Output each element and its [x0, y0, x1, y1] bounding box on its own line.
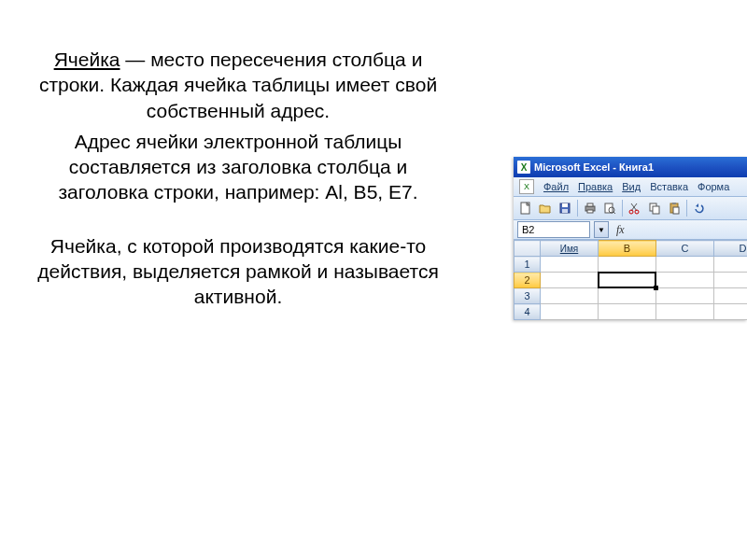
cell-c2[interactable]	[656, 273, 714, 288]
svg-rect-2	[562, 203, 568, 207]
col-header-c[interactable]: C	[656, 241, 714, 257]
cell-d3[interactable]	[714, 288, 748, 304]
cell-b2-active[interactable]	[599, 273, 656, 288]
formula-bar: B2 ▼ fx	[514, 220, 747, 240]
svg-rect-15	[653, 206, 659, 214]
cell-c1[interactable]	[656, 257, 714, 273]
cell-c4[interactable]	[656, 304, 714, 320]
paragraph-1: Ячейка — место пересечения столбца и стр…	[28, 47, 448, 123]
workbook-icon: X	[519, 179, 534, 194]
copy-icon[interactable]	[646, 200, 663, 217]
menu-format[interactable]: Форма	[694, 180, 733, 193]
svg-rect-3	[562, 209, 568, 213]
menu-insert[interactable]: Вставка	[646, 180, 692, 193]
print-preview-icon[interactable]	[601, 200, 618, 217]
excel-app-icon: X	[517, 161, 530, 174]
menubar: X Файл Правка Вид Вставка Форма	[514, 177, 747, 197]
svg-rect-18	[673, 207, 679, 214]
cut-icon[interactable]	[627, 200, 643, 217]
fx-icon[interactable]: fx	[613, 223, 628, 237]
menu-view[interactable]: Вид	[618, 180, 644, 193]
worksheet: Имя B C D 1 2 3	[514, 240, 747, 320]
col-header-d[interactable]: D	[714, 241, 748, 257]
svg-rect-6	[587, 210, 593, 213]
row-header-2[interactable]: 2	[514, 273, 541, 288]
open-icon[interactable]	[537, 200, 554, 217]
cell-c3[interactable]	[656, 288, 714, 304]
save-icon[interactable]	[557, 200, 573, 217]
explanation-text: Ячейка — место пересечения столбца и стр…	[28, 47, 448, 315]
paragraph-2: Адрес ячейки электронной таблицы составл…	[28, 129, 448, 205]
toolbar-separator-2	[622, 200, 623, 217]
term-cell: Ячейка	[54, 49, 120, 70]
name-box-dropdown-icon[interactable]: ▼	[594, 221, 609, 238]
cell-b4[interactable]	[599, 304, 656, 320]
grid: Имя B C D 1 2 3	[514, 240, 747, 320]
undo-icon[interactable]	[691, 200, 708, 217]
paste-icon[interactable]	[666, 200, 683, 217]
row-header-4[interactable]: 4	[514, 304, 541, 320]
col-header-b[interactable]: B	[599, 241, 656, 257]
menu-file[interactable]: Файл	[540, 180, 572, 193]
toolbar-separator-3	[686, 200, 687, 217]
new-icon[interactable]	[517, 200, 534, 217]
excel-window: X Microsoft Excel - Книга1 X Файл Правка…	[514, 157, 747, 320]
cell-d4[interactable]	[714, 304, 748, 320]
toolbar	[514, 197, 747, 220]
toolbar-separator	[577, 200, 578, 217]
name-box[interactable]: B2	[517, 221, 590, 238]
row-header-1[interactable]: 1	[514, 257, 541, 273]
select-all-corner[interactable]	[514, 241, 541, 257]
menu-edit[interactable]: Правка	[574, 180, 616, 193]
print-icon[interactable]	[582, 200, 599, 217]
svg-rect-17	[672, 203, 676, 204]
cell-a3[interactable]	[541, 288, 599, 304]
cell-d1[interactable]	[714, 257, 748, 273]
row-header-3[interactable]: 3	[514, 288, 541, 304]
cell-b1[interactable]	[599, 257, 656, 273]
cell-a1[interactable]	[541, 257, 599, 273]
svg-rect-5	[587, 203, 593, 206]
titlebar: X Microsoft Excel - Книга1	[514, 157, 747, 177]
col-header-a[interactable]: Имя	[541, 241, 599, 257]
cell-b3[interactable]	[599, 288, 656, 304]
paragraph-3: Ячейка, с которой производятся какие-то …	[28, 233, 448, 310]
cell-d2[interactable]	[714, 273, 748, 288]
window-title: Microsoft Excel - Книга1	[534, 161, 654, 173]
cell-a4[interactable]	[541, 304, 599, 320]
cell-a2[interactable]	[541, 273, 599, 288]
svg-line-9	[613, 212, 615, 214]
